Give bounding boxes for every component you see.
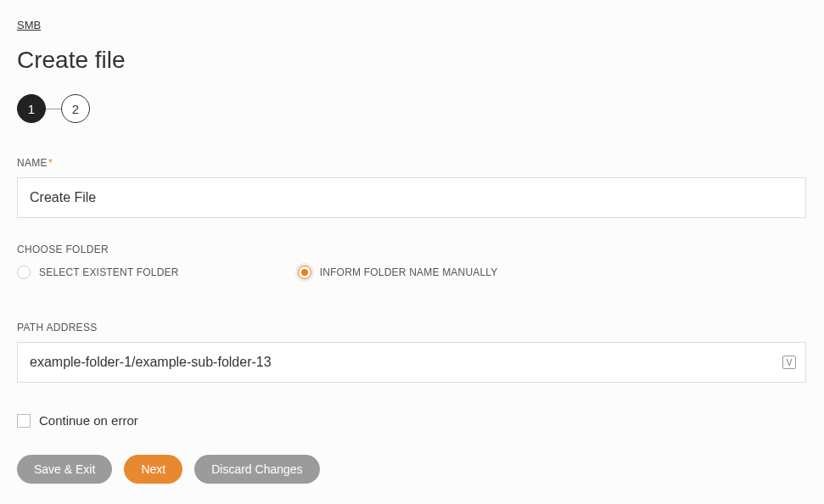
path-label: PATH ADDRESS: [17, 322, 807, 333]
variable-icon[interactable]: V: [782, 356, 796, 369]
path-input[interactable]: [17, 342, 806, 383]
choose-folder-section: CHOOSE FOLDER SELECT EXISTENT FOLDER INF…: [17, 244, 807, 279]
continue-on-error-row[interactable]: Continue on error: [17, 413, 807, 428]
name-section: NAME*: [17, 157, 807, 218]
name-label: NAME*: [17, 157, 807, 169]
required-mark: *: [48, 157, 53, 169]
radio-inform-manually[interactable]: INFORM FOLDER NAME MANUALLY: [298, 266, 498, 279]
folder-radio-group: SELECT EXISTENT FOLDER INFORM FOLDER NAM…: [17, 266, 807, 279]
stepper: 1 2: [17, 94, 807, 123]
discard-button[interactable]: Discard Changes: [194, 455, 319, 484]
step-2[interactable]: 2: [61, 94, 90, 123]
radio-circle-manually: [298, 266, 311, 279]
path-section: PATH ADDRESS V: [17, 322, 807, 383]
save-exit-button[interactable]: Save & Exit: [17, 455, 112, 484]
continue-on-error-label: Continue on error: [39, 413, 138, 428]
page-title: Create file: [17, 47, 807, 74]
continue-on-error-checkbox[interactable]: [17, 414, 31, 428]
breadcrumb-link[interactable]: SMB: [17, 19, 41, 31]
radio-label-manually: INFORM FOLDER NAME MANUALLY: [320, 266, 498, 278]
button-row: Save & Exit Next Discard Changes: [17, 455, 807, 484]
radio-label-existent: SELECT EXISTENT FOLDER: [39, 266, 179, 278]
choose-folder-label: CHOOSE FOLDER: [17, 244, 807, 255]
step-connector: [46, 109, 61, 109]
radio-circle-existent: [17, 266, 31, 279]
name-label-text: NAME: [17, 157, 48, 169]
name-input[interactable]: [17, 177, 806, 218]
next-button[interactable]: Next: [124, 455, 182, 484]
radio-select-existent[interactable]: SELECT EXISTENT FOLDER: [17, 266, 179, 279]
step-1[interactable]: 1: [17, 94, 46, 123]
